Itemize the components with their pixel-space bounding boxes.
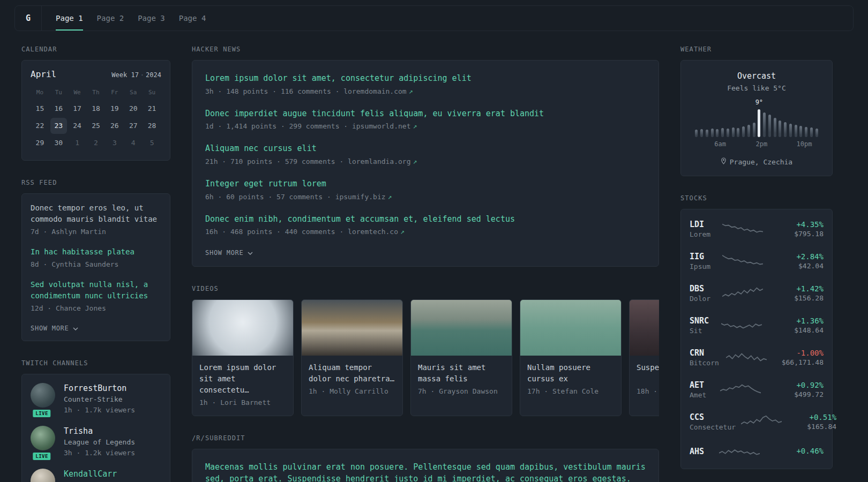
weather-bar xyxy=(774,118,776,137)
calendar-header: April Week 17·2024 xyxy=(31,69,161,79)
weather-location: Prague, Czechia xyxy=(730,158,792,166)
tab-page-3[interactable]: Page 3 xyxy=(138,6,165,31)
stock-price: $499.72 xyxy=(774,390,824,398)
weather-bar xyxy=(779,120,781,137)
video-card-body: Nullam posuere cursus ex17h · Stefan Col… xyxy=(520,356,621,404)
calendar-day: 15 xyxy=(32,101,48,117)
weather-bar xyxy=(789,124,792,137)
stock-row[interactable]: DBSDolor+1.42%$156.28 xyxy=(690,277,824,309)
external-link-icon[interactable]: ↗ xyxy=(413,122,417,130)
calendar-day: 19 xyxy=(106,101,123,117)
calendar-day: 27 xyxy=(125,118,141,134)
external-link-icon[interactable]: ↗ xyxy=(388,193,392,201)
video-card[interactable]: Aliquam tempor dolor nec pharetra…1h · M… xyxy=(301,299,403,416)
calendar-day: 22 xyxy=(32,118,48,134)
stock-values: +4.35%$795.18 xyxy=(774,220,824,238)
calendar-day: 3 xyxy=(106,135,123,151)
tab-page-1[interactable]: Page 1 xyxy=(56,6,83,31)
calendar-day: 18 xyxy=(88,101,104,117)
stock-id: DBSDolor xyxy=(690,283,710,303)
calendar-month: April xyxy=(31,69,56,79)
video-card[interactable]: Nullam posuere cursus ex17h · Stefan Col… xyxy=(520,299,622,416)
external-link-icon[interactable]: ↗ xyxy=(413,157,417,165)
section-title-calendar: CALENDAR xyxy=(21,46,170,53)
rss-item: Sed volutpat nulla nisl, a condimentum n… xyxy=(31,279,161,313)
post-title[interactable]: Integer eget rutrum lorem xyxy=(205,178,646,190)
post-item: Lorem ipsum dolor sit amet, consectetur … xyxy=(205,72,646,96)
weather-time-label: 10pm xyxy=(796,140,812,148)
stock-row[interactable]: IIGIpsum+2.84%$42.04 xyxy=(690,245,824,277)
calendar-day-header: Sa xyxy=(124,87,143,100)
post-meta: 6h · 60 points · 57 comments · ipsumify.… xyxy=(205,192,646,202)
twitch-channel-game: League of Legends xyxy=(64,438,135,446)
weather-bar-slot xyxy=(777,108,783,137)
post-meta-text: 1d · 1,414 points · 299 comments · ipsum… xyxy=(205,122,411,130)
stock-price: $156.28 xyxy=(774,294,824,302)
videos-row: Lorem ipsum dolor sit amet consectetu…1h… xyxy=(192,299,659,416)
weather-bar-slot xyxy=(814,108,819,137)
top-nav: G Page 1Page 2Page 3Page 4 xyxy=(14,5,854,31)
stocks-widget: STOCKS LDILorem+4.35%$795.18IIGIpsum+2.8… xyxy=(680,194,833,469)
weather-bar-slot xyxy=(793,108,798,137)
section-title-twitch: TWITCH CHANNELS xyxy=(21,359,170,367)
weather-bar xyxy=(732,127,735,137)
stock-price: $795.18 xyxy=(774,230,824,238)
stock-id: SNRCSit xyxy=(690,315,709,335)
weather-bar xyxy=(700,129,703,137)
stock-row[interactable]: SNRCSit+1.36%$148.64 xyxy=(690,309,824,341)
calendar-week-label: Week 17 xyxy=(111,71,139,79)
section-title-weather: WEATHER xyxy=(680,46,833,53)
stock-row[interactable]: CRNBitcorn-1.00%$66,171.48 xyxy=(690,341,824,373)
twitch-channel-info: ForrestBurtonCounter-Strike1h · 1.7k vie… xyxy=(64,383,135,415)
external-link-icon[interactable]: ↗ xyxy=(400,228,405,236)
post-title[interactable]: Maecenas mollis pulvinar erat non posuer… xyxy=(205,461,646,482)
post-meta: 1d · 1,414 points · 299 comments · ipsum… xyxy=(205,122,646,131)
twitch-channel-row[interactable]: LIVEKendallCarr xyxy=(31,469,161,482)
weather-bar-slot xyxy=(725,108,731,137)
weather-bar xyxy=(763,112,766,137)
stock-row[interactable]: CCSConsectetur+0.51%$165.84 xyxy=(690,405,824,438)
stock-id: AETAmet xyxy=(690,380,706,399)
stock-row[interactable]: AETAmet+0.92%$499.72 xyxy=(690,373,824,405)
rss-item: Donec tempor eros leo, ut commodo mauris… xyxy=(31,202,161,237)
tab-page-2[interactable]: Page 2 xyxy=(97,6,124,31)
stock-sparkline xyxy=(726,350,767,365)
weather-bar xyxy=(742,126,745,137)
rss-show-more-label: SHOW MORE xyxy=(31,325,69,332)
calendar-day: 20 xyxy=(125,101,141,117)
post-meta-text: 21h · 710 points · 579 comments · loreml… xyxy=(205,157,411,165)
post-title[interactable]: Donec enim nibh, condimentum et accumsan… xyxy=(205,213,646,225)
weather-bar-slot xyxy=(798,108,804,137)
twitch-channel-meta: 1h · 1.7k viewers xyxy=(64,405,135,415)
rss-item-title[interactable]: In hac habitasse platea xyxy=(31,246,161,258)
tab-page-4[interactable]: Page 4 xyxy=(179,6,206,31)
rss-item-title[interactable]: Sed volutpat nulla nisl, a condimentum n… xyxy=(31,279,161,302)
post-title[interactable]: Lorem ipsum dolor sit amet, consectetur … xyxy=(205,72,646,85)
stock-id: CRNBitcorn xyxy=(690,348,719,367)
stock-row[interactable]: AHS+0.46% xyxy=(690,438,824,465)
weather-bar xyxy=(805,127,807,137)
weather-highlight-temp: 9° xyxy=(755,99,763,106)
video-card[interactable]: Mauris sit amet massa felis7h · Grayson … xyxy=(410,299,512,416)
post-meta-text: 3h · 148 points · 116 comments · loremdo… xyxy=(205,87,407,95)
twitch-channel-row[interactable]: LIVEForrestBurtonCounter-Strike1h · 1.7k… xyxy=(31,383,161,415)
hackernews-show-more-button[interactable]: SHOW MORE xyxy=(205,249,253,257)
external-link-icon[interactable]: ↗ xyxy=(409,87,413,95)
app-logo[interactable]: G xyxy=(15,6,42,31)
weather-bar xyxy=(747,125,750,137)
weather-bar xyxy=(768,115,771,137)
post-title[interactable]: Donec imperdiet augue tincidunt felis al… xyxy=(205,108,646,120)
video-title: Suspendisse diam xyxy=(637,362,659,385)
video-meta: 7h · Grayson Dawson xyxy=(418,387,505,396)
video-card[interactable]: Suspendisse diam18h · Tara xyxy=(629,299,659,416)
calendar-day-header: Th xyxy=(87,87,106,100)
stock-change: -1.00% xyxy=(774,348,824,359)
twitch-channel-row[interactable]: LIVETrishaLeague of Legends3h · 1.2k vie… xyxy=(31,426,161,458)
stock-row[interactable]: LDILorem+4.35%$795.18 xyxy=(690,213,824,245)
weather-bar xyxy=(810,127,813,137)
rss-item-title[interactable]: Donec tempor eros leo, ut commodo mauris… xyxy=(31,202,161,225)
weather-bar-slot xyxy=(746,108,752,137)
post-title[interactable]: Aliquam nec cursus elit xyxy=(205,142,646,155)
rss-show-more-button[interactable]: SHOW MORE xyxy=(31,325,78,332)
video-card[interactable]: Lorem ipsum dolor sit amet consectetu…1h… xyxy=(192,299,294,416)
